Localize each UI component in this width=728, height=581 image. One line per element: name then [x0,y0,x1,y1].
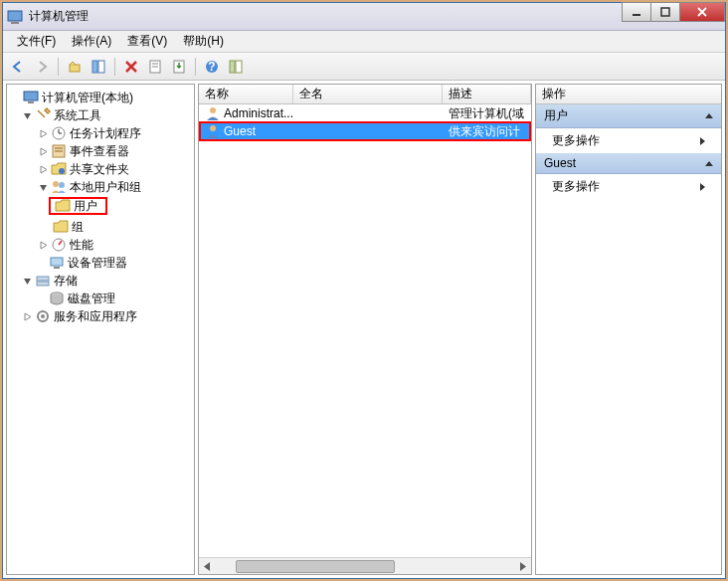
list-body[interactable]: Administrat... 管理计算机(域 Guest 供来宾访问计 [199,104,531,557]
action-section-guest[interactable]: Guest [536,153,721,174]
caret-right-icon [700,137,705,145]
navigation-tree[interactable]: 计算机管理(本地) 系统工具 任务计划程序 事件查看器 [7,85,194,574]
action-more-guest[interactable]: 更多操作 [536,174,721,199]
svg-rect-18 [236,61,242,73]
list-panel: 名称 全名 描述 Administrat... 管理计算机(域 Guest [198,84,532,575]
tree-label: 系统工具 [54,107,101,124]
tree-label: 本地用户和组 [70,179,141,196]
action-more-users[interactable]: 更多操作 [536,128,721,153]
show-hide-tree-button[interactable] [88,56,109,78]
forward-button[interactable] [31,56,53,78]
shared-folder-icon [51,161,67,177]
scrollbar-thumb[interactable] [236,560,395,573]
tree-label: 磁盘管理 [68,290,115,307]
horizontal-scrollbar[interactable] [199,557,531,574]
cell-fullname [293,130,443,132]
column-fullname[interactable]: 全名 [293,85,443,103]
services-icon [35,308,51,324]
tree-users[interactable]: 用户 [49,197,107,215]
svg-rect-6 [70,65,80,72]
disk-icon [49,290,65,306]
expand-icon[interactable] [37,163,49,175]
collapse-icon[interactable] [21,109,33,121]
minimize-button[interactable] [622,2,651,22]
svg-point-38 [210,107,216,113]
tree-event-viewer[interactable]: 事件查看器 [9,142,192,160]
menu-help[interactable]: 帮助(H) [175,31,232,52]
tree-label: 存储 [54,273,78,290]
user-icon [205,123,221,139]
properties-button[interactable] [144,56,166,78]
scroll-right-icon[interactable] [514,559,531,574]
tree-label: 任务计划程序 [70,125,141,142]
column-name[interactable]: 名称 [199,85,293,103]
tree-shared-folders[interactable]: 共享文件夹 [9,160,192,178]
svg-rect-8 [98,61,104,73]
svg-rect-32 [54,267,60,269]
expand-icon[interactable] [37,127,49,139]
caret-right-icon [700,183,705,191]
tree-groups[interactable]: 组 [9,218,192,236]
list-row[interactable]: Guest 供来宾访问计 [199,122,531,140]
collapse-icon[interactable] [37,181,49,193]
tree-device-manager[interactable]: 设备管理器 [9,254,192,272]
action-section-users[interactable]: 用户 [536,104,721,128]
maximize-button[interactable] [650,2,680,22]
performance-icon [51,237,67,253]
clock-icon [51,125,67,141]
folder-icon [53,219,69,235]
back-button[interactable] [7,56,29,78]
svg-rect-0 [8,11,22,21]
caret-up-icon [705,161,713,166]
tree-task-scheduler[interactable]: 任务计划程序 [9,124,192,142]
export-button[interactable] [168,56,190,78]
user-icon [205,105,221,121]
folder-icon [55,198,71,214]
tree-label: 组 [72,219,84,236]
scroll-left-icon[interactable] [199,559,216,574]
action-item-label: 更多操作 [552,132,600,149]
tree-root[interactable]: 计算机管理(本地) [9,89,192,106]
caret-up-icon [705,113,713,118]
list-row[interactable]: Administrat... 管理计算机(域 [199,104,531,122]
tree-services-apps[interactable]: 服务和应用程序 [9,307,192,325]
help-button[interactable]: ? [201,56,223,78]
close-button[interactable] [679,2,725,22]
tools-icon [35,107,51,123]
tree-disk-management[interactable]: 磁盘管理 [9,290,192,307]
app-icon [7,9,23,25]
expand-icon[interactable] [37,239,49,251]
menu-view[interactable]: 查看(V) [119,31,175,52]
svg-rect-33 [37,277,49,281]
expand-icon[interactable] [37,145,49,157]
delete-button[interactable] [120,56,142,78]
expand-icon[interactable] [21,310,33,322]
tree-label: 事件查看器 [70,143,129,160]
cell-name: Guest [224,124,256,138]
action-item-label: 更多操作 [552,178,600,195]
tree-label: 设备管理器 [68,255,127,272]
content-area: 计算机管理(本地) 系统工具 任务计划程序 事件查看器 [3,81,725,578]
svg-point-27 [59,168,65,174]
titlebar[interactable]: 计算机管理 [3,3,725,31]
tree-performance[interactable]: 性能 [9,236,192,254]
column-description[interactable]: 描述 [443,85,531,103]
action-section-label: Guest [544,156,576,170]
action-panel: 操作 用户 更多操作 Guest 更多操作 [535,84,722,575]
menu-action[interactable]: 操作(A) [64,31,119,52]
device-icon [49,255,65,271]
cell-fullname [293,112,443,114]
tree-system-tools[interactable]: 系统工具 [9,106,192,124]
svg-rect-1 [11,22,19,24]
users-groups-icon [51,179,67,195]
tree-storage[interactable]: 存储 [9,272,192,290]
refresh-button[interactable] [225,56,247,78]
svg-rect-3 [661,8,669,16]
collapse-icon[interactable] [21,275,33,287]
up-button[interactable] [64,56,86,78]
menu-file[interactable]: 文件(F) [9,31,64,52]
svg-point-37 [41,314,45,318]
svg-rect-17 [230,61,235,73]
event-icon [51,143,67,159]
tree-local-users-groups[interactable]: 本地用户和组 [9,178,192,196]
